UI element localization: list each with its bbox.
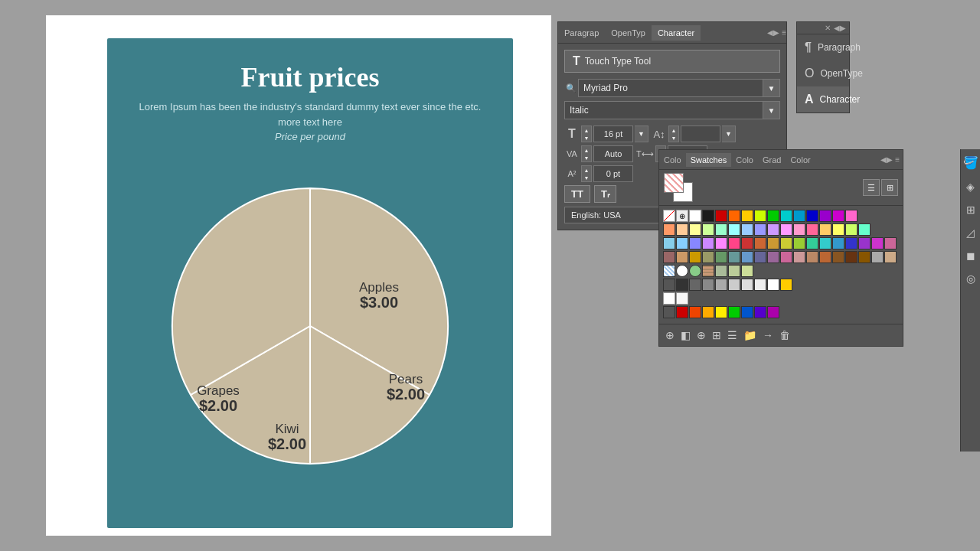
panel-expand-icon[interactable]: ◀▶ [767,28,779,37]
float-opentype-item[interactable]: O OpenType [797,60,849,86]
gray5[interactable] [715,279,727,291]
pattern3[interactable] [689,265,701,277]
tab-swatches[interactable]: Swatches [686,153,732,167]
t4[interactable] [702,237,714,249]
u17[interactable] [871,251,884,263]
t18[interactable] [884,237,897,249]
font-size-dropdown[interactable]: ▼ [635,126,648,142]
s7[interactable] [741,223,753,236]
orange-swatch[interactable] [728,210,740,222]
black-swatch[interactable] [702,210,714,222]
language-select[interactable]: English: USA [564,207,671,223]
font-style-dropdown[interactable]: ▼ [763,101,780,119]
t10[interactable] [780,237,792,249]
pattern1[interactable] [663,265,675,277]
tab-opentype[interactable]: OpenTyp [605,25,652,41]
tr-button[interactable]: Tᵣ [594,185,616,203]
tt-button[interactable]: TT [564,185,590,203]
swatch-tool3[interactable]: ⊕ [695,328,707,343]
b6[interactable] [741,306,753,318]
float-panel-close[interactable]: ✕ [825,24,831,32]
panel-menu-icon[interactable]: ≡ [782,28,786,37]
b4[interactable] [715,306,727,318]
u12[interactable] [806,251,818,263]
s5[interactable] [715,223,727,236]
s6[interactable] [728,223,740,236]
color-guide-tool[interactable]: ◈ [964,178,977,195]
b8[interactable] [767,306,779,318]
gray6[interactable] [728,279,740,291]
leading-down[interactable]: ▼ [669,134,678,142]
u8[interactable] [754,251,766,263]
eyedropper-swatch[interactable]: ⊕ [676,210,688,222]
float-paragraph-item[interactable]: ¶ Paragraph [797,34,849,60]
t13[interactable] [819,237,831,249]
b1[interactable] [676,306,688,318]
s16[interactable] [858,223,871,236]
s8[interactable] [754,223,766,236]
swatch-new-group[interactable]: ⊞ [710,328,723,343]
none-swatch[interactable] [663,210,675,222]
dark-blue-swatch[interactable] [806,210,818,222]
tab-color1[interactable]: Colo [659,153,686,167]
red-swatch[interactable] [715,210,727,222]
s12[interactable] [806,223,818,236]
t7[interactable] [741,237,753,249]
tab-paragraph[interactable]: Paragrap [558,25,605,41]
v2[interactable] [728,265,740,277]
kerning-input[interactable] [593,145,633,162]
s15[interactable] [845,223,858,236]
tab-gradient[interactable]: Grad [758,153,786,167]
font-size-input[interactable] [593,126,633,142]
b2[interactable] [689,306,701,318]
baseline-down[interactable]: ▼ [582,174,591,181]
u2[interactable] [676,251,688,263]
t3[interactable] [689,237,701,249]
t11[interactable] [793,237,805,249]
v1[interactable] [715,265,727,277]
gray2[interactable] [676,279,688,291]
b3[interactable] [702,306,714,318]
u14[interactable] [832,251,844,263]
tab-color3[interactable]: Color [786,153,815,167]
u10[interactable] [780,251,792,263]
swatch-tool1[interactable]: ⊕ [664,328,676,343]
s2[interactable] [676,223,688,236]
swatch-delete[interactable]: 🗑 [778,328,792,343]
grid-view-button[interactable]: ⊞ [881,179,898,196]
pattern4[interactable] [702,265,714,277]
font-size-spinner[interactable]: ▲ ▼ [581,126,592,142]
gold[interactable] [780,279,792,291]
u6[interactable] [728,251,740,263]
float-panel-expand[interactable]: ◀▶ [834,24,846,32]
gray7[interactable] [741,279,753,291]
fg-color-box[interactable] [664,173,684,193]
t17[interactable] [871,237,884,249]
baseline-spinner[interactable]: ▲ ▼ [581,165,592,182]
t5[interactable] [715,237,727,249]
t16[interactable] [858,237,871,249]
u1[interactable] [663,251,675,263]
white-swatch[interactable] [689,210,701,222]
font-name-dropdown[interactable]: ▼ [763,79,780,97]
swatches-tool[interactable]: ⊞ [964,201,978,218]
t12[interactable] [806,237,818,249]
gray3[interactable] [689,279,701,291]
list-view-button[interactable]: ☰ [863,179,880,196]
u11[interactable] [793,251,805,263]
font-name-input[interactable] [578,79,763,97]
font-style-input[interactable] [564,101,763,119]
t9[interactable] [767,237,779,249]
swatches-menu[interactable]: ≡ [895,155,900,164]
white2[interactable] [767,279,779,291]
w1[interactable] [663,292,675,305]
purple-swatch[interactable] [819,210,831,222]
b7[interactable] [754,306,766,318]
leading-dropdown[interactable]: ▼ [722,126,736,142]
gradient-tool[interactable]: ◿ [964,224,977,241]
s9[interactable] [767,223,779,236]
float-character-item[interactable]: A Character [797,86,849,112]
swatch-move[interactable]: → [761,328,775,343]
tab-color2[interactable]: Colo [731,153,758,167]
tab-character[interactable]: Character [652,25,701,41]
